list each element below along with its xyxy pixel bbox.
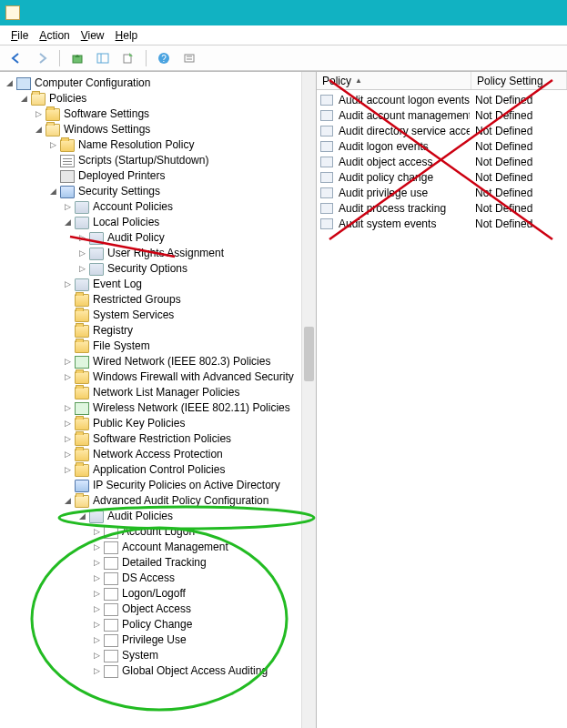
expand-icon[interactable]: ▷	[91, 542, 102, 553]
tree[interactable]: ◢ Computer Configuration ◢ Policies ▷ So…	[0, 72, 316, 682]
list-row[interactable]: Audit privilege useNot Defined	[317, 185, 567, 200]
tree-security-settings[interactable]: ◢ Security Settings	[2, 184, 316, 199]
menu-help[interactable]: Help	[110, 27, 144, 44]
tree-ap-priv[interactable]: ▷Privilege Use	[2, 632, 316, 648]
expand-icon[interactable]: ▷	[62, 465, 73, 476]
tree-ap-account-mgmt[interactable]: ▷Account Management	[2, 540, 316, 555]
collapse-icon[interactable]: ◢	[62, 496, 73, 507]
tree-firewall[interactable]: ▷ Windows Firewall with Advanced Securit…	[2, 369, 316, 385]
collapse-icon[interactable]: ◢	[33, 125, 44, 136]
expand-icon[interactable]: ▷	[62, 279, 73, 290]
collapse-icon[interactable]: ◢	[18, 94, 29, 105]
show-hide-tree-button[interactable]	[92, 48, 114, 68]
collapse-icon[interactable]: ◢	[4, 78, 15, 89]
tree-restricted-groups[interactable]: ▷ Restricted Groups	[2, 292, 316, 308]
forward-button[interactable]	[31, 48, 53, 68]
list-row[interactable]: Audit account logon eventsNot Defined	[317, 92, 567, 107]
expand-icon[interactable]: ▷	[76, 233, 87, 244]
tree-srp[interactable]: ▷ Software Restriction Policies	[2, 431, 316, 447]
menu-action[interactable]: Action	[34, 27, 75, 44]
col-setting[interactable]: Policy Setting	[471, 72, 567, 89]
tree-pane[interactable]: ◢ Computer Configuration ◢ Policies ▷ So…	[0, 72, 317, 728]
list-header[interactable]: Policy ▲ Policy Setting	[317, 72, 567, 90]
expand-icon[interactable]: ▷	[62, 357, 73, 368]
tree-system-services[interactable]: ▷ System Services	[2, 308, 316, 323]
expand-icon[interactable]: ▷	[91, 666, 102, 677]
expand-icon[interactable]: ▷	[91, 573, 102, 584]
tree-pubkey[interactable]: ▷ Public Key Policies	[2, 416, 316, 431]
expand-icon[interactable]: ▷	[91, 620, 102, 631]
tree-ap-logon[interactable]: ▷Logon/Logoff	[2, 586, 316, 602]
col-policy[interactable]: Policy ▲	[317, 72, 471, 89]
expand-icon[interactable]: ▷	[76, 264, 87, 275]
tree-ap-object[interactable]: ▷Object Access	[2, 602, 316, 617]
expand-icon[interactable]: ▷	[91, 527, 102, 538]
tree-name-resolution[interactable]: ▷ Name Resolution Policy	[2, 137, 316, 153]
expand-icon[interactable]: ▷	[62, 419, 73, 430]
menu-view[interactable]: View	[76, 27, 110, 44]
tree-printers[interactable]: ▷ Deployed Printers	[2, 168, 316, 184]
expand-icon[interactable]: ▷	[91, 635, 102, 646]
expand-icon[interactable]: ▷	[91, 589, 102, 600]
tree-wired-network[interactable]: ▷ Wired Network (IEEE 802.3) Policies	[2, 354, 316, 369]
tree-ap-account-logon[interactable]: ▷Account Logon	[2, 524, 316, 540]
tree-audit-policies[interactable]: ◢ Audit Policies	[2, 509, 316, 524]
tree-label: Name Resolution Policy	[77, 137, 194, 153]
list-row[interactable]: Audit process trackingNot Defined	[317, 200, 567, 216]
collapse-icon[interactable]: ◢	[76, 511, 87, 522]
expand-icon[interactable]: ▷	[76, 248, 87, 259]
filter-button[interactable]	[178, 48, 200, 68]
tree-ap-detailed[interactable]: ▷Detailed Tracking	[2, 555, 316, 571]
tree-audit-policy[interactable]: ▷ Audit Policy	[2, 230, 316, 246]
tree-ap-global[interactable]: ▷Global Object Access Auditing	[2, 663, 316, 679]
expand-icon[interactable]: ▷	[62, 202, 73, 213]
export-button[interactable]	[117, 48, 139, 68]
tree-nap[interactable]: ▷ Network Access Protection	[2, 447, 316, 462]
tree-ap-system[interactable]: ▷System	[2, 648, 316, 663]
tree-software-settings[interactable]: ▷ Software Settings	[2, 106, 316, 122]
tree-account-policies[interactable]: ▷ Account Policies	[2, 199, 316, 215]
collapse-icon[interactable]: ◢	[47, 187, 58, 197]
expand-icon[interactable]: ▷	[62, 372, 73, 383]
expand-icon[interactable]: ▷	[62, 403, 73, 414]
tree-ipsec[interactable]: ▷ IP Security Policies on Active Directo…	[2, 478, 316, 493]
collapse-icon[interactable]: ◢	[62, 217, 73, 228]
expand-icon[interactable]: ▷	[47, 140, 58, 151]
tree-scrollbar[interactable]	[301, 72, 316, 728]
tree-policies[interactable]: ◢ Policies	[2, 91, 316, 106]
tree-label: Network List Manager Policies	[92, 385, 239, 400]
tree-event-log[interactable]: ▷ Event Log	[2, 277, 316, 292]
help-button[interactable]: ?	[153, 48, 175, 68]
list-row[interactable]: Audit policy changeNot Defined	[317, 169, 567, 185]
tree-computer-config[interactable]: ◢ Computer Configuration	[2, 76, 316, 91]
list-row[interactable]: Audit system eventsNot Defined	[317, 216, 567, 231]
expand-icon[interactable]: ▷	[33, 109, 44, 120]
list-row[interactable]: Audit object accessNot Defined	[317, 154, 567, 169]
expand-icon[interactable]: ▷	[62, 434, 73, 445]
tree-ap-ds[interactable]: ▷DS Access	[2, 571, 316, 586]
folder-icon	[75, 387, 89, 399]
expand-icon[interactable]: ▷	[91, 604, 102, 615]
tree-netlist[interactable]: ▷ Network List Manager Policies	[2, 385, 316, 400]
tree-file-system[interactable]: ▷ File System	[2, 339, 316, 354]
up-button[interactable]	[66, 48, 88, 68]
list-row[interactable]: Audit account managementNot Defined	[317, 107, 567, 123]
tree-registry[interactable]: ▷ Registry	[2, 323, 316, 339]
back-button[interactable]	[5, 48, 27, 68]
tree-windows-settings[interactable]: ◢ Windows Settings	[2, 122, 316, 137]
menu-file[interactable]: File	[5, 27, 34, 44]
tree-user-rights[interactable]: ▷ User Rights Assignment	[2, 246, 316, 261]
list-row[interactable]: Audit directory service accessNot Define…	[317, 123, 567, 138]
tree-appcontrol[interactable]: ▷ Application Control Policies	[2, 462, 316, 478]
tree-security-options[interactable]: ▷ Security Options	[2, 261, 316, 277]
tree-scripts[interactable]: ▷ Scripts (Startup/Shutdown)	[2, 153, 316, 168]
scroll-thumb[interactable]	[304, 327, 314, 381]
expand-icon[interactable]: ▷	[62, 450, 73, 460]
expand-icon[interactable]: ▷	[91, 558, 102, 569]
list-row[interactable]: Audit logon eventsNot Defined	[317, 138, 567, 154]
tree-local-policies[interactable]: ◢ Local Policies	[2, 215, 316, 230]
tree-ap-policy[interactable]: ▷Policy Change	[2, 617, 316, 632]
tree-advanced-audit[interactable]: ◢ Advanced Audit Policy Configuration	[2, 493, 316, 509]
expand-icon[interactable]: ▷	[91, 651, 102, 662]
tree-wireless[interactable]: ▷ Wireless Network (IEEE 802.11) Policie…	[2, 400, 316, 416]
